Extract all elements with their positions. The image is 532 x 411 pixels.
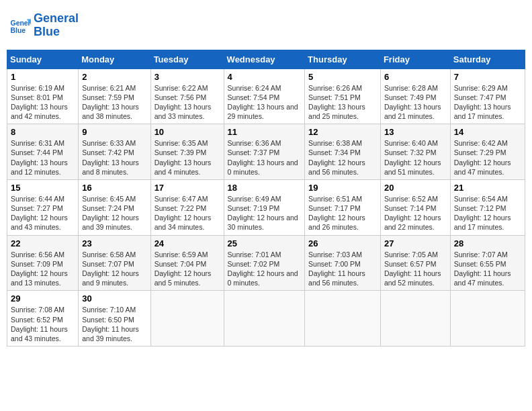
- day-info: Sunrise: 6:22 AMSunset: 7:56 PMDaylight:…: [154, 83, 220, 122]
- day-number: 19: [308, 183, 377, 193]
- calendar-week-row: 8Sunrise: 6:31 AMSunset: 7:44 PMDaylight…: [7, 124, 525, 180]
- day-number: 29: [11, 293, 75, 304]
- calendar-cell: 25Sunrise: 7:01 AMSunset: 7:02 PMDayligh…: [224, 235, 305, 291]
- day-number: 6: [384, 72, 447, 82]
- day-number: 21: [454, 183, 521, 193]
- calendar-cell: 11Sunrise: 6:36 AMSunset: 7:37 PMDayligh…: [224, 124, 305, 180]
- calendar-cell: 10Sunrise: 6:35 AMSunset: 7:39 PMDayligh…: [150, 124, 224, 180]
- calendar-cell: 16Sunrise: 6:45 AMSunset: 7:24 PMDayligh…: [79, 179, 150, 235]
- day-info: Sunrise: 7:03 AMSunset: 7:00 PMDaylight:…: [308, 250, 377, 288]
- day-info: Sunrise: 7:07 AMSunset: 6:55 PMDaylight:…: [454, 250, 521, 288]
- day-number: 2: [82, 72, 146, 82]
- day-number: 16: [82, 183, 146, 193]
- weekday-header-saturday: Saturday: [450, 50, 525, 68]
- day-info: Sunrise: 6:29 AMSunset: 7:47 PMDaylight:…: [454, 83, 521, 122]
- day-number: 4: [228, 72, 302, 82]
- calendar-cell: 4Sunrise: 6:24 AMSunset: 7:54 PMDaylight…: [224, 68, 305, 124]
- calendar-cell: 7Sunrise: 6:29 AMSunset: 7:47 PMDaylight…: [450, 68, 525, 124]
- calendar-cell: 12Sunrise: 6:38 AMSunset: 7:34 PMDayligh…: [305, 124, 381, 180]
- day-info: Sunrise: 6:19 AMSunset: 8:01 PMDaylight:…: [11, 83, 75, 122]
- calendar-cell: 5Sunrise: 6:26 AMSunset: 7:51 PMDaylight…: [305, 68, 381, 124]
- day-info: Sunrise: 6:28 AMSunset: 7:49 PMDaylight:…: [384, 83, 447, 122]
- calendar-cell: [224, 291, 305, 347]
- weekday-header-friday: Friday: [380, 50, 450, 68]
- calendar-cell: [380, 291, 450, 347]
- day-number: 9: [82, 127, 146, 137]
- calendar-cell: 2Sunrise: 6:21 AMSunset: 7:59 PMDaylight…: [79, 68, 150, 124]
- calendar-cell: 27Sunrise: 7:05 AMSunset: 6:57 PMDayligh…: [380, 235, 450, 291]
- day-number: 18: [228, 183, 302, 193]
- calendar-cell: 30Sunrise: 7:10 AMSunset: 6:50 PMDayligh…: [79, 291, 150, 347]
- day-info: Sunrise: 6:44 AMSunset: 7:27 PMDaylight:…: [11, 194, 75, 232]
- day-info: Sunrise: 6:59 AMSunset: 7:04 PMDaylight:…: [154, 250, 220, 288]
- calendar-cell: 17Sunrise: 6:47 AMSunset: 7:22 PMDayligh…: [150, 179, 224, 235]
- day-number: 5: [308, 72, 377, 82]
- day-info: Sunrise: 6:45 AMSunset: 7:24 PMDaylight:…: [82, 194, 146, 232]
- calendar-cell: 8Sunrise: 6:31 AMSunset: 7:44 PMDaylight…: [7, 124, 79, 180]
- day-info: Sunrise: 6:24 AMSunset: 7:54 PMDaylight:…: [228, 83, 302, 122]
- calendar-cell: 1Sunrise: 6:19 AMSunset: 8:01 PMDaylight…: [7, 68, 79, 124]
- weekday-header-tuesday: Tuesday: [150, 50, 224, 68]
- calendar-cell: 19Sunrise: 6:51 AMSunset: 7:17 PMDayligh…: [305, 179, 381, 235]
- day-info: Sunrise: 6:31 AMSunset: 7:44 PMDaylight:…: [11, 138, 75, 177]
- logo-text: GeneralBlue: [34, 12, 79, 39]
- calendar-cell: 24Sunrise: 6:59 AMSunset: 7:04 PMDayligh…: [150, 235, 224, 291]
- day-info: Sunrise: 6:36 AMSunset: 7:37 PMDaylight:…: [228, 138, 302, 177]
- calendar-cell: [150, 291, 224, 347]
- day-number: 26: [308, 238, 377, 248]
- calendar-cell: 6Sunrise: 6:28 AMSunset: 7:49 PMDaylight…: [380, 68, 450, 124]
- day-number: 23: [82, 238, 146, 248]
- day-number: 11: [228, 127, 302, 137]
- calendar-cell: 21Sunrise: 6:54 AMSunset: 7:12 PMDayligh…: [450, 179, 525, 235]
- calendar-table: SundayMondayTuesdayWednesdayThursdayFrid…: [7, 50, 525, 347]
- calendar-cell: 13Sunrise: 6:40 AMSunset: 7:32 PMDayligh…: [380, 124, 450, 180]
- day-number: 30: [82, 293, 146, 304]
- day-info: Sunrise: 6:40 AMSunset: 7:32 PMDaylight:…: [384, 138, 447, 177]
- svg-text:Blue: Blue: [11, 27, 26, 34]
- day-number: 12: [308, 127, 377, 137]
- day-info: Sunrise: 6:26 AMSunset: 7:51 PMDaylight:…: [308, 83, 377, 122]
- day-number: 10: [154, 127, 220, 137]
- calendar-cell: [450, 291, 525, 347]
- day-info: Sunrise: 7:10 AMSunset: 6:50 PMDaylight:…: [82, 305, 146, 343]
- day-info: Sunrise: 6:49 AMSunset: 7:19 PMDaylight:…: [228, 194, 302, 232]
- weekday-header-sunday: Sunday: [7, 50, 79, 68]
- day-info: Sunrise: 7:01 AMSunset: 7:02 PMDaylight:…: [228, 250, 302, 288]
- day-number: 25: [228, 238, 302, 248]
- day-info: Sunrise: 6:38 AMSunset: 7:34 PMDaylight:…: [308, 138, 377, 177]
- day-info: Sunrise: 6:54 AMSunset: 7:12 PMDaylight:…: [454, 194, 521, 232]
- day-info: Sunrise: 6:42 AMSunset: 7:29 PMDaylight:…: [454, 138, 521, 177]
- calendar-cell: 22Sunrise: 6:56 AMSunset: 7:09 PMDayligh…: [7, 235, 79, 291]
- day-info: Sunrise: 6:47 AMSunset: 7:22 PMDaylight:…: [154, 194, 220, 232]
- day-number: 28: [454, 238, 521, 248]
- day-info: Sunrise: 7:05 AMSunset: 6:57 PMDaylight:…: [384, 250, 447, 288]
- day-number: 17: [154, 183, 220, 193]
- calendar-cell: 29Sunrise: 7:08 AMSunset: 6:52 PMDayligh…: [7, 291, 79, 347]
- weekday-header-monday: Monday: [79, 50, 150, 68]
- day-number: 22: [11, 238, 75, 248]
- day-info: Sunrise: 6:21 AMSunset: 7:59 PMDaylight:…: [82, 83, 146, 122]
- day-info: Sunrise: 6:58 AMSunset: 7:07 PMDaylight:…: [82, 250, 146, 288]
- calendar-week-row: 22Sunrise: 6:56 AMSunset: 7:09 PMDayligh…: [7, 235, 525, 291]
- calendar-cell: 15Sunrise: 6:44 AMSunset: 7:27 PMDayligh…: [7, 179, 79, 235]
- calendar-cell: [305, 291, 381, 347]
- day-number: 8: [11, 127, 75, 137]
- day-number: 20: [384, 183, 447, 193]
- calendar-cell: 3Sunrise: 6:22 AMSunset: 7:56 PMDaylight…: [150, 68, 224, 124]
- weekday-header-row: SundayMondayTuesdayWednesdayThursdayFrid…: [7, 50, 525, 68]
- day-number: 13: [384, 127, 447, 137]
- calendar-cell: 9Sunrise: 6:33 AMSunset: 7:42 PMDaylight…: [79, 124, 150, 180]
- logo: General Blue GeneralBlue: [9, 12, 79, 39]
- calendar-cell: 20Sunrise: 6:52 AMSunset: 7:14 PMDayligh…: [380, 179, 450, 235]
- weekday-header-thursday: Thursday: [305, 50, 381, 68]
- day-number: 7: [454, 72, 521, 82]
- day-number: 1: [11, 72, 75, 82]
- page-header: General Blue GeneralBlue: [7, 7, 525, 44]
- day-number: 27: [384, 238, 447, 248]
- day-info: Sunrise: 6:52 AMSunset: 7:14 PMDaylight:…: [384, 194, 447, 232]
- calendar-cell: 14Sunrise: 6:42 AMSunset: 7:29 PMDayligh…: [450, 124, 525, 180]
- weekday-header-wednesday: Wednesday: [224, 50, 305, 68]
- calendar-cell: 28Sunrise: 7:07 AMSunset: 6:55 PMDayligh…: [450, 235, 525, 291]
- calendar-week-row: 15Sunrise: 6:44 AMSunset: 7:27 PMDayligh…: [7, 179, 525, 235]
- day-number: 24: [154, 238, 220, 248]
